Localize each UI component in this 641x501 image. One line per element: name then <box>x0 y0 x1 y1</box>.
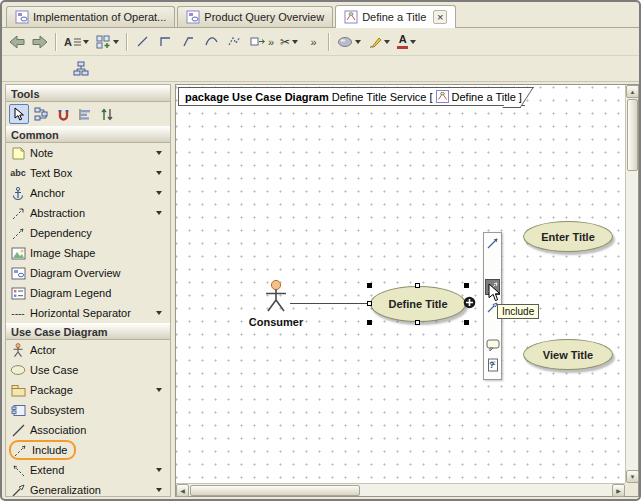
display-options-button[interactable] <box>93 31 122 53</box>
arrow-right-icon: ▶ <box>616 487 621 494</box>
letter-a-icon: A <box>64 36 72 48</box>
sidebar-item-label: Include <box>32 444 67 456</box>
horizontal-separator-icon: ---- <box>9 305 27 321</box>
line-style-curve-button[interactable] <box>201 31 223 53</box>
tab-product-query-overview[interactable]: Product Query Overview <box>177 6 333 27</box>
cut-button[interactable]: ✂ <box>277 31 301 53</box>
back-button[interactable] <box>6 31 28 53</box>
selection-tool-button[interactable] <box>9 104 29 124</box>
line-style-spline-button[interactable] <box>224 31 246 53</box>
sidebar-item-diagram-legend[interactable]: Diagram Legend <box>6 283 170 303</box>
sidebar-item-diagram-overview[interactable]: Diagram Overview <box>6 263 170 283</box>
chevron-down-icon <box>292 40 298 44</box>
chevron-down-icon[interactable] <box>156 211 162 215</box>
diagram-canvas[interactable]: package Use Case Diagram Define Title Se… <box>176 85 625 483</box>
chevron-down-icon[interactable] <box>156 388 162 392</box>
chevron-down-icon[interactable] <box>156 151 162 155</box>
selection-handle[interactable] <box>415 320 420 325</box>
horizontal-scrollbar[interactable]: ◀ ▶ <box>176 483 625 496</box>
sort-tool-button[interactable] <box>97 104 117 124</box>
sidebar-item-package[interactable]: Package <box>6 380 170 400</box>
sidebar-item-horizontal-separator[interactable]: ---- Horizontal Separator <box>6 303 170 323</box>
sidebar-item-label: Subsystem <box>30 404 84 416</box>
containment-button[interactable] <box>70 58 92 80</box>
vertical-scroll-thumb[interactable] <box>627 99 638 171</box>
tree-tool-button[interactable] <box>31 104 51 124</box>
sidebar-item-anchor[interactable]: Anchor <box>6 183 170 203</box>
toolbar-separator <box>126 33 128 51</box>
use-case-define-title[interactable]: Define Title <box>369 285 467 323</box>
use-case-view-title[interactable]: View Title <box>523 339 613 370</box>
use-case-ellipse[interactable]: Define Title <box>370 286 466 322</box>
scroll-down-button[interactable]: ▼ <box>626 470 639 483</box>
selection-handle[interactable] <box>464 320 469 325</box>
help-tool-icon[interactable]: ? <box>485 357 500 373</box>
line-style-oblique-button[interactable] <box>132 31 154 53</box>
sidebar-item-dependency[interactable]: Dependency <box>6 223 170 243</box>
horizontal-scroll-thumb[interactable] <box>190 485 360 496</box>
magnet-tool-button[interactable] <box>53 104 73 124</box>
section-header-common[interactable]: Common <box>6 126 170 143</box>
chevron-down-icon[interactable] <box>156 311 162 315</box>
image-icon <box>9 245 27 261</box>
align-tool-button[interactable] <box>75 104 95 124</box>
association-edge[interactable] <box>290 303 369 304</box>
scroll-up-button[interactable]: ▲ <box>626 85 639 98</box>
selection-handle[interactable] <box>367 301 372 306</box>
sidebar-item-text-box[interactable]: abc Text Box <box>6 163 170 183</box>
selection-handle[interactable] <box>367 320 372 325</box>
font-color-button[interactable]: A <box>394 31 419 53</box>
pen-style-button[interactable] <box>365 31 393 53</box>
section-title: Tools <box>11 88 40 100</box>
tab-label: Product Query Overview <box>204 11 324 23</box>
extend-tool-icon[interactable] <box>485 235 500 251</box>
section-header-use-case-diagram[interactable]: Use Case Diagram <box>6 323 170 340</box>
sidebar-item-use-case[interactable]: Use Case <box>6 360 170 380</box>
sidebar-item-association[interactable]: Association <box>6 420 170 440</box>
chevron-down-icon[interactable] <box>156 488 162 492</box>
vertical-scrollbar[interactable]: ▲ ▼ <box>625 85 638 483</box>
arrow-left-icon: ◀ <box>180 487 185 494</box>
close-icon[interactable]: × <box>433 10 447 24</box>
dependency-icon <box>9 225 27 241</box>
sidebar-item-image-shape[interactable]: Image Shape <box>6 243 170 263</box>
line-style-rectilinear-button[interactable] <box>155 31 177 53</box>
anchor-icon <box>9 185 27 201</box>
tool-palette: Tools Common <box>5 84 171 497</box>
tab-define-a-title[interactable]: Define a Title × <box>335 5 456 28</box>
line-style-bent-button[interactable] <box>178 31 200 53</box>
comment-tool-icon[interactable] <box>485 337 500 353</box>
chevron-down-icon[interactable] <box>156 171 162 175</box>
selection-handle[interactable] <box>464 283 469 288</box>
sidebar-item-subsystem[interactable]: Subsystem <box>6 400 170 420</box>
sidebar-item-extend[interactable]: Extend <box>6 460 170 480</box>
chevron-down-icon[interactable] <box>156 191 162 195</box>
toolbar-separator <box>328 33 330 51</box>
scroll-left-button[interactable]: ◀ <box>176 484 189 497</box>
magnet-icon <box>57 108 70 121</box>
sidebar-item-generalization[interactable]: Generalization <box>6 480 170 497</box>
generalization-icon <box>9 482 27 497</box>
chevron-down-icon[interactable] <box>156 468 162 472</box>
scroll-right-button[interactable]: ▶ <box>612 484 625 497</box>
sidebar-item-actor[interactable]: Actor <box>6 340 170 360</box>
sidebar-item-include[interactable]: Include <box>6 440 170 460</box>
section-header-tools[interactable]: Tools <box>6 85 170 102</box>
appearance-button[interactable] <box>334 31 364 53</box>
chevron-down-icon <box>410 40 416 44</box>
overflow-icon: » <box>268 36 273 48</box>
tab-implementation-of-operations[interactable]: Implementation of Operat... <box>6 6 175 27</box>
toolbar-overflow-button[interactable]: » <box>302 31 324 53</box>
overflow-icon: » <box>311 36 316 48</box>
create-relation-button[interactable] <box>463 296 476 309</box>
sidebar-item-note[interactable]: Note <box>6 143 170 163</box>
selection-handle[interactable] <box>415 283 420 288</box>
secondary-toolbar <box>2 56 639 82</box>
refactor-button[interactable]: » <box>247 31 276 53</box>
use-case-enter-title[interactable]: Enter Title <box>523 221 613 252</box>
sidebar-item-abstraction[interactable]: Abstraction <box>6 203 170 223</box>
forward-button[interactable] <box>29 31 51 53</box>
name-display-mode-button[interactable]: A <box>61 31 92 53</box>
selection-handle[interactable] <box>367 283 372 288</box>
diagram-frame-header: package Use Case Diagram Define Title Se… <box>178 87 525 106</box>
